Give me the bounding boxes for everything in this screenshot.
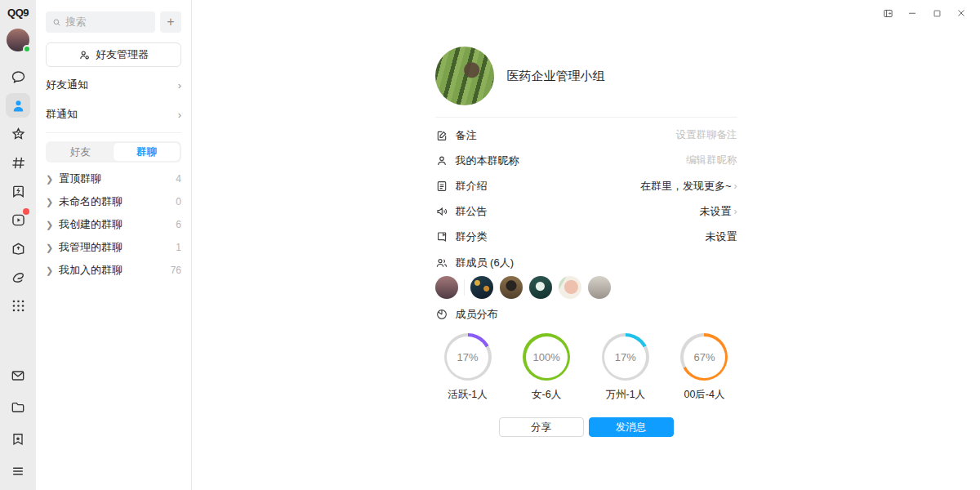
donut-female: 100% 女-6人: [514, 333, 579, 402]
group-category-label: 群分类: [456, 229, 488, 244]
member-avatar[interactable]: [559, 276, 581, 299]
chevron-right-icon: ❯: [46, 197, 59, 207]
member-avatar-strip: [435, 276, 737, 299]
group-category-managed[interactable]: ❯ 我管理的群聊 1: [46, 236, 181, 259]
group-category-label: 我创建的群聊: [59, 217, 122, 232]
group-category-label: 我管理的群聊: [59, 240, 122, 255]
person-icon: [435, 154, 448, 167]
folder-icon[interactable]: [6, 395, 30, 420]
group-category-label: 置顶群聊: [59, 172, 101, 186]
group-profile-pane: 医药企业管理小组 备注 设置群聊备注 我的本群昵称 编辑群昵称 群介绍 在群里，…: [192, 0, 980, 490]
group-announcement-value: 未设置 ›: [700, 204, 737, 219]
group-category-count: 76: [171, 265, 181, 276]
short-video-icon[interactable]: [6, 207, 30, 232]
group-avatar[interactable]: [435, 47, 494, 105]
search-icon: [52, 17, 61, 28]
hash-channel-icon[interactable]: [6, 150, 30, 175]
chat-bubble-icon[interactable]: [6, 65, 30, 89]
friend-manager-button[interactable]: 好友管理器: [46, 42, 181, 67]
owner-separator: [464, 279, 465, 296]
donut-label: 00后-4人: [684, 388, 724, 402]
donut-label: 女-6人: [532, 388, 561, 402]
group-notice-row[interactable]: 群通知 ›: [46, 103, 181, 126]
group-category-unnamed[interactable]: ❯ 未命名的群聊 0: [46, 190, 181, 213]
group-category-joined[interactable]: ❯ 我加入的群聊 76: [46, 259, 181, 282]
group-category-list: ❯ 置顶群聊 4 ❯ 未命名的群聊 0 ❯ 我创建的群聊 6 ❯ 我管理的群聊 …: [46, 167, 181, 282]
bookmark-star-icon[interactable]: [6, 427, 30, 452]
rail-bottom-group: [6, 363, 30, 483]
mail-icon[interactable]: [6, 363, 30, 388]
box-icon[interactable]: [6, 236, 30, 261]
friend-manager-label: 好友管理器: [96, 47, 149, 62]
document-icon: [435, 180, 448, 193]
member-avatar[interactable]: [435, 276, 458, 299]
nickname-value: 编辑群昵称: [686, 154, 737, 167]
remark-row[interactable]: 备注 设置群聊备注: [435, 122, 737, 148]
search-input-wrap[interactable]: [46, 11, 155, 33]
chevron-right-icon: ❯: [46, 174, 59, 185]
search-input[interactable]: [65, 16, 149, 28]
send-message-button[interactable]: 发消息: [589, 417, 674, 437]
edit-icon: [435, 129, 448, 142]
group-announcement-label: 群公告: [456, 204, 488, 219]
close-icon[interactable]: [952, 6, 970, 20]
group-category-created[interactable]: ❯ 我创建的群聊 6: [46, 213, 181, 236]
hand-icon[interactable]: [6, 265, 30, 289]
chevron-right-icon: ❯: [46, 265, 59, 276]
group-intro-value: 在群里，发现更多~ ›: [640, 179, 737, 194]
menu-icon[interactable]: [6, 459, 30, 483]
friend-notice-row[interactable]: 好友通知 ›: [46, 74, 181, 96]
maximize-icon[interactable]: [928, 6, 946, 20]
game-icon[interactable]: [6, 179, 30, 203]
window-titlebar: [879, 0, 980, 20]
group-category-count: 1: [176, 242, 181, 253]
user-avatar[interactable]: [7, 29, 29, 51]
donut-percent: 100%: [533, 351, 560, 363]
group-category-value: 未设置: [706, 229, 737, 244]
members-section: 群成员 (6人): [435, 251, 737, 299]
contacts-person-icon[interactable]: [6, 93, 30, 118]
donut-label: 活跃-1人: [448, 388, 488, 402]
apps-grid-icon[interactable]: [6, 293, 30, 318]
minimize-icon[interactable]: [903, 6, 921, 20]
contacts-panel: + 好友管理器 好友通知 › 群通知 › 好友 群聊 ❯ 置顶群聊 4 ❯ 未命…: [36, 0, 192, 490]
group-intro-label: 群介绍: [456, 179, 488, 194]
member-avatar[interactable]: [470, 276, 493, 299]
group-category-row[interactable]: 群分类 未设置: [435, 224, 737, 249]
group-category-label: 我加入的群聊: [59, 263, 122, 278]
group-category-pinned[interactable]: ❯ 置顶群聊 4: [46, 167, 181, 190]
layout-toggle-icon[interactable]: [879, 6, 897, 20]
distribution-section-head: 成员分布: [435, 302, 737, 327]
member-avatar[interactable]: [588, 276, 611, 299]
group-title: 医药企业管理小组: [507, 69, 605, 84]
member-avatar[interactable]: [529, 276, 552, 299]
group-intro-row[interactable]: 群介绍 在群里，发现更多~ ›: [435, 173, 737, 198]
tab-friends[interactable]: 好友: [47, 143, 114, 161]
donut-ring: 17%: [602, 333, 649, 381]
tab-groups[interactable]: 群聊: [114, 143, 180, 161]
add-button[interactable]: +: [160, 11, 181, 33]
group-notice-label: 群通知: [46, 107, 78, 122]
donut-percent: 17%: [457, 351, 478, 363]
contacts-tabbar: 好友 群聊: [46, 141, 181, 163]
group-announcement-row[interactable]: 群公告 未设置 ›: [435, 198, 737, 224]
group-category-count: 6: [176, 219, 181, 230]
group-category-count: 0: [176, 196, 181, 207]
group-category-count: 4: [176, 173, 181, 185]
tag-icon: [435, 230, 448, 243]
members-label: 群成员 (6人): [456, 256, 514, 270]
pie-chart-icon: [435, 308, 448, 321]
nickname-label: 我的本群昵称: [456, 154, 519, 168]
people-icon: [435, 256, 448, 270]
chevron-right-icon: ❯: [46, 243, 59, 253]
donut-active: 17% 活跃-1人: [435, 333, 501, 402]
distribution-label: 成员分布: [456, 307, 498, 322]
star-icon[interactable]: [6, 122, 30, 146]
member-avatar[interactable]: [500, 276, 523, 299]
donut-region: 17% 万州-1人: [593, 333, 658, 402]
group-header: 医药企业管理小组: [435, 47, 737, 118]
friend-notice-label: 好友通知: [46, 78, 88, 92]
nickname-row[interactable]: 我的本群昵称 编辑群昵称: [435, 148, 737, 173]
share-button[interactable]: 分享: [499, 417, 584, 437]
chevron-right-icon: ›: [734, 181, 737, 191]
